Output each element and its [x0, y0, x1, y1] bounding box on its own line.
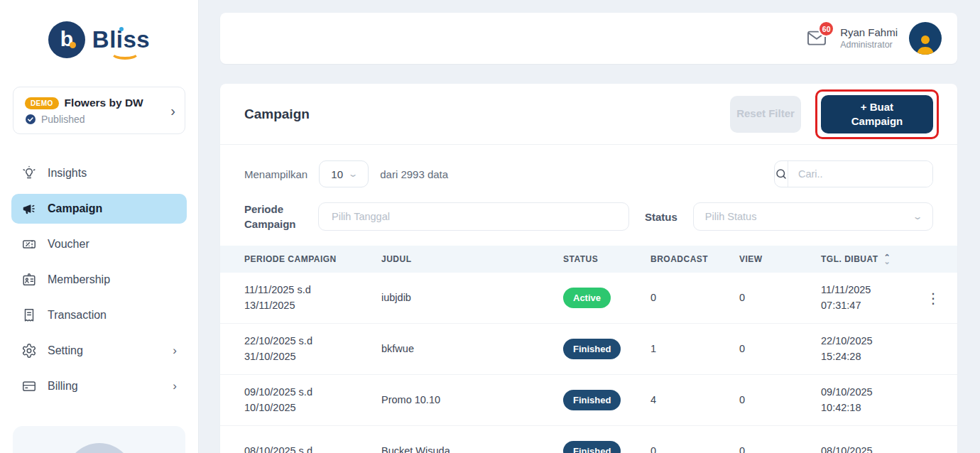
- table-row: 11/11/2025 s.d13/11/2025iubjdibActive001…: [220, 273, 957, 324]
- search-box: [774, 160, 933, 187]
- total-data-label: dari 2993 data: [380, 168, 448, 180]
- cell-judul: iubjdib: [381, 290, 563, 306]
- col-broadcast: BROADCAST: [650, 254, 739, 264]
- person-icon: [915, 32, 936, 55]
- cell-view: 0: [739, 290, 821, 306]
- cell-broadcast: 0: [650, 444, 739, 453]
- insights-icon: [21, 165, 37, 181]
- chevron-down-icon: ⌄: [912, 212, 922, 222]
- table-row: 09/10/2025 s.d10/10/2025Promo 10.10Finis…: [220, 375, 957, 426]
- chevron-right-icon: ›: [173, 379, 177, 393]
- cell-created: 08/10/2025: [821, 444, 920, 453]
- reset-filter-button[interactable]: Reset Filter: [730, 96, 801, 133]
- user-name: Ryan Fahmi: [840, 26, 898, 40]
- chevron-down-icon: ⌄: [348, 169, 359, 179]
- sidebar: b Bliss DEMO Flowers by DW Published › I…: [0, 0, 199, 453]
- cell-status: Finished: [563, 441, 650, 453]
- cell-periode: 11/11/2025 s.d13/11/2025: [244, 283, 381, 314]
- setting-icon: [21, 343, 37, 359]
- sidebar-item-insights[interactable]: Insights: [11, 158, 187, 188]
- cell-broadcast: 0: [650, 290, 739, 306]
- sidebar-item-transaction[interactable]: Transaction: [11, 300, 187, 330]
- col-status: STATUS: [563, 254, 650, 264]
- promo-illustration: [65, 443, 134, 453]
- col-periode-campaign: PERIODE CAMPAIGN: [244, 254, 381, 264]
- bliss-logo-icon: b: [48, 21, 85, 58]
- status-select[interactable]: Pilih Status ⌄: [693, 202, 933, 231]
- cell-status: Finished: [563, 390, 650, 411]
- table-row: 22/10/2025 s.d31/10/2025bkfwueFinished10…: [220, 324, 957, 375]
- sidebar-item-label: Setting: [48, 344, 83, 357]
- verified-icon: [25, 114, 36, 125]
- cell-actions: ⋮: [920, 288, 946, 308]
- avatar[interactable]: [909, 22, 942, 55]
- cell-periode: 09/10/2025 s.d10/10/2025: [244, 385, 381, 416]
- notifications-button[interactable]: 60: [805, 28, 829, 49]
- page-size-value: 10: [331, 168, 343, 180]
- brand-logo: b Bliss: [0, 0, 198, 77]
- cell-status: Finished: [563, 339, 650, 360]
- cell-view: 0: [739, 393, 821, 408]
- table-row: 08/10/2025 s.dBucket WisudaFinished0008/…: [220, 426, 957, 453]
- cell-periode: 22/10/2025 s.d31/10/2025: [244, 334, 381, 365]
- sort-icon: ⌃⌄: [884, 255, 891, 263]
- status-badge: Finished: [563, 390, 621, 411]
- status-badge: Finished: [563, 441, 621, 453]
- cell-periode: 08/10/2025 s.d: [244, 444, 381, 453]
- search-icon: [775, 161, 788, 187]
- sidebar-item-label: Transaction: [48, 309, 107, 322]
- sidebar-item-billing[interactable]: Billing ›: [11, 371, 187, 401]
- page-size-select[interactable]: 10 ⌄: [319, 160, 369, 187]
- sidebar-item-label: Voucher: [48, 238, 89, 251]
- status-badge: Active: [563, 288, 611, 309]
- brand-name: Bliss: [92, 26, 150, 53]
- cell-created: 11/11/202507:31:47: [821, 283, 920, 314]
- filters-section: Menampilkan 10 ⌄ dari 2993 data Periode: [220, 145, 957, 246]
- cell-broadcast: 1: [650, 342, 739, 357]
- date-range-input[interactable]: [318, 202, 629, 231]
- demo-badge: DEMO: [25, 97, 59, 109]
- status-badge: Finished: [563, 339, 621, 360]
- sidebar-item-label: Campaign: [48, 202, 102, 215]
- cell-created: 09/10/202510:42:18: [821, 385, 920, 416]
- cell-judul: Promo 10.10: [381, 393, 563, 408]
- table-header: PERIODE CAMPAIGN JUDUL STATUS BROADCAST …: [220, 246, 957, 273]
- cell-judul: bkfwue: [381, 342, 563, 357]
- table-body: 11/11/2025 s.d13/11/2025iubjdibActive001…: [220, 273, 957, 453]
- sidebar-item-label: Membership: [48, 273, 110, 286]
- sidebar-item-membership[interactable]: Membership: [11, 265, 187, 295]
- sidebar-item-label: Billing: [48, 380, 78, 393]
- periode-label: Periode Campaign: [244, 202, 318, 231]
- sidebar-item-setting[interactable]: Setting ›: [11, 336, 187, 366]
- page-title: Campaign: [244, 107, 310, 122]
- workspace-card[interactable]: DEMO Flowers by DW Published ›: [13, 87, 185, 134]
- workspace-status: Published: [41, 114, 85, 125]
- user-role: Administrator: [840, 40, 898, 51]
- cell-broadcast: 4: [650, 393, 739, 408]
- col-tgl-dibuat[interactable]: TGL. DIBUAT ⌃⌄: [821, 254, 920, 264]
- sidebar-item-voucher[interactable]: Voucher: [11, 229, 187, 259]
- col-view: VIEW: [739, 254, 821, 264]
- topbar: 60 Ryan Fahmi Administrator: [220, 13, 957, 64]
- cell-view: 0: [739, 342, 821, 357]
- cell-judul: Bucket Wisuda: [381, 444, 563, 453]
- chevron-right-icon: ›: [173, 344, 177, 358]
- show-label: Menampilkan: [244, 168, 307, 180]
- cell-status: Active: [563, 288, 650, 309]
- sidebar-item-label: Insights: [48, 167, 87, 180]
- status-filter-label: Status: [645, 211, 677, 223]
- col-judul: JUDUL: [381, 254, 563, 264]
- create-campaign-button[interactable]: + Buat Campaign: [821, 95, 933, 133]
- transaction-icon: [21, 307, 37, 323]
- cell-created: 22/10/202515:24:28: [821, 334, 920, 365]
- workspace-name: Flowers by DW: [65, 97, 143, 109]
- main-content: 60 Ryan Fahmi Administrator Campaign Res…: [199, 0, 980, 453]
- cell-view: 0: [739, 444, 821, 453]
- row-actions-button[interactable]: ⋮: [920, 288, 946, 308]
- sidebar-item-campaign[interactable]: Campaign: [11, 194, 187, 224]
- promo-card: [13, 426, 185, 453]
- user-info: Ryan Fahmi Administrator: [840, 26, 898, 50]
- search-input[interactable]: [788, 161, 933, 187]
- notification-count-badge: 60: [818, 21, 834, 37]
- chevron-right-icon: ›: [170, 102, 175, 119]
